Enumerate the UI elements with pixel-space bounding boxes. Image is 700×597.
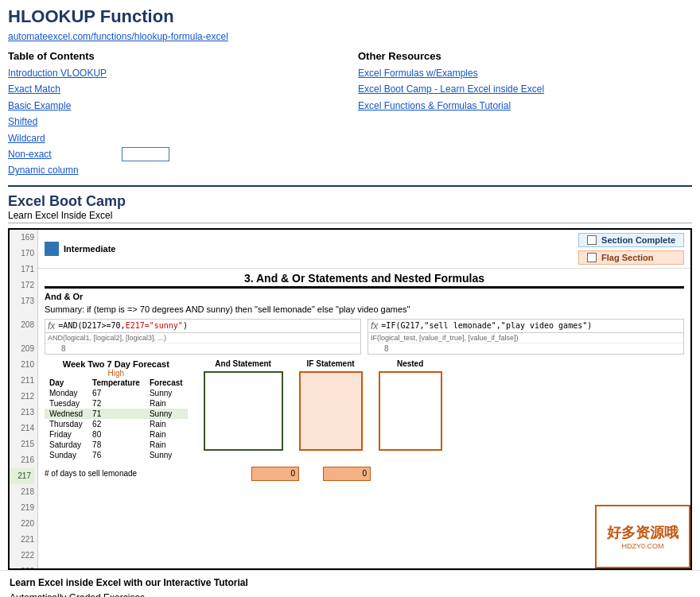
embedded-top-bar: Intermediate Section Complete Flag Secti… xyxy=(38,230,690,269)
temp-wed: 71 xyxy=(88,409,145,419)
page-title: HLOOKUP Function xyxy=(8,6,692,27)
day-sat: Saturday xyxy=(45,440,88,450)
toc-link-introduction[interactable]: Introduction VLOOKUP xyxy=(8,65,342,81)
res-link-formulas[interactable]: Excel Formulas w/Examples xyxy=(358,65,692,81)
row-num-223: 223 xyxy=(21,564,34,570)
footer-section: Learn Excel inside Excel with our Intera… xyxy=(0,570,700,597)
toc-link-exactmatch[interactable]: Exact Match xyxy=(8,81,342,97)
fore-tue: Rain xyxy=(145,398,188,409)
toc-link-basicexample[interactable]: Basic Example xyxy=(8,98,342,114)
row-num-215: 215 xyxy=(21,436,34,452)
toc-link-shifted[interactable]: Shifted xyxy=(8,114,342,130)
row-numbers: 169 170 171 172 173 208 209 210 211 212 … xyxy=(10,230,38,568)
row-num-216: 216 xyxy=(21,452,34,468)
and-statement-col: And Statement xyxy=(204,359,283,460)
bootcamp-section: Excel Boot Camp Learn Excel Inside Excel xyxy=(0,190,700,228)
intermediate-badge: Intermediate xyxy=(45,242,115,256)
col-temp: Temperature xyxy=(88,378,145,388)
grid-area: 169 170 171 172 173 208 209 210 211 212 … xyxy=(10,230,690,568)
row-num-173: 173 xyxy=(21,293,34,309)
table-row: Friday 80 Rain xyxy=(45,429,188,440)
page-header: HLOOKUP Function automateexcel.com/funct… xyxy=(0,0,700,45)
formula-bar-2: fx =IF(G217,"sell lemonade","play video … xyxy=(368,319,684,355)
and-statement-box xyxy=(204,371,283,451)
complete-checkbox[interactable] xyxy=(587,235,597,245)
if-statement-header: IF Statement xyxy=(307,359,355,368)
row-num-219: 219 xyxy=(21,500,34,516)
toc-link-wildcard[interactable]: Wildcard xyxy=(8,130,342,146)
page-url[interactable]: automateexcel.com/functions/hlookup-form… xyxy=(8,30,692,42)
bottom-label: # of days to sell lemonade xyxy=(45,469,204,478)
and-result-input[interactable]: 0 xyxy=(251,467,299,481)
complete-label: Section Complete xyxy=(601,235,675,245)
day-wed: Wednesd xyxy=(45,409,88,419)
row-num-218: 218 xyxy=(21,484,34,500)
if-statement-box xyxy=(299,371,363,451)
day-fri: Friday xyxy=(45,429,88,440)
temp-tue: 72 xyxy=(88,398,145,409)
row-num-220: 220 xyxy=(21,516,34,532)
formula-row: fx =AND(D217>=70,E217="sunny") AND(logic… xyxy=(38,317,690,356)
bootcamp-title: Excel Boot Camp xyxy=(8,193,692,210)
fore-mon: Sunny xyxy=(145,388,188,398)
fx-label-2: fx xyxy=(371,320,378,331)
row-num-211: 211 xyxy=(21,373,34,389)
nonexact-row: Non-exact xyxy=(8,146,342,162)
right-columns: And Statement IF Statement Nested xyxy=(204,359,684,460)
watermark-url: HDZY0.COM xyxy=(621,542,663,550)
if-statement-col: IF Statement xyxy=(299,359,363,460)
day-sun: Sunday xyxy=(45,450,88,460)
flag-section-button[interactable]: Flag Section xyxy=(578,250,684,265)
flag-checkbox[interactable] xyxy=(587,253,597,262)
row-num-170: 170 xyxy=(21,246,34,262)
fore-thu: Rain xyxy=(145,419,188,429)
bootcamp-subtitle: Learn Excel Inside Excel xyxy=(8,210,692,223)
row-num-empty1: 208 xyxy=(21,309,34,341)
toc-col-left: Table of Contents Introduction VLOOKUP E… xyxy=(8,50,342,179)
res-link-functions[interactable]: Excel Functions & Formulas Tutorial xyxy=(358,98,692,114)
formula-bar-2-top: fx =IF(G217,"sell lemonade","play video … xyxy=(368,320,683,333)
data-table-section: Week Two 7 Day Forecast High Day Tempera… xyxy=(38,356,690,463)
footer-line-2: Automatically Graded Exercises xyxy=(10,591,690,597)
temp-sat: 78 xyxy=(88,440,145,450)
fore-wed: Sunny xyxy=(145,409,188,419)
fore-sun: Sunny xyxy=(145,450,188,460)
footer-line-1: Learn Excel inside Excel with our Intera… xyxy=(10,576,690,591)
table-row: Monday 67 Sunny xyxy=(45,388,188,398)
blue-cell xyxy=(122,147,169,161)
url-link[interactable]: automateexcel.com/functions/hlookup-form… xyxy=(8,31,228,42)
fore-sat: Rain xyxy=(145,440,188,450)
day-tue: Tuesday xyxy=(45,398,88,409)
row-num-222: 222 xyxy=(21,548,34,564)
table-row: Saturday 78 Rain xyxy=(45,440,188,450)
section-buttons: Section Complete Flag Section xyxy=(578,233,684,265)
section-complete-button[interactable]: Section Complete xyxy=(578,233,684,247)
table-row: Sunday 76 Sunny xyxy=(45,450,188,460)
table-row-highlighted: Wednesd 71 Sunny xyxy=(45,409,188,419)
nested-box xyxy=(379,371,442,451)
row-num-171: 171 xyxy=(21,262,34,277)
temp-mon: 67 xyxy=(88,388,145,398)
toc-link-nonexact[interactable]: Non-exact xyxy=(8,146,52,162)
res-link-bootcamp[interactable]: Excel Boot Camp - Learn Excel inside Exc… xyxy=(358,81,692,97)
toc-title: Table of Contents xyxy=(8,50,342,62)
toc-col-right: Other Resources Excel Formulas w/Example… xyxy=(358,50,692,179)
badge-label: Intermediate xyxy=(64,244,115,254)
col-forecast: Forecast xyxy=(145,378,188,388)
and-or-label: And & Or xyxy=(38,289,690,301)
row-num-214: 214 xyxy=(21,421,34,436)
toc-link-dynamic[interactable]: Dynamic column xyxy=(8,162,342,178)
table-row: Thursday 62 Rain xyxy=(45,419,188,429)
row-num-210: 210 xyxy=(21,357,34,373)
if-result-input[interactable]: 0 xyxy=(323,467,371,481)
other-resources-title: Other Resources xyxy=(358,50,692,62)
section-divider xyxy=(8,185,692,187)
bottom-row: # of days to sell lemonade 0 0 xyxy=(38,463,690,484)
row-num-169: 169 xyxy=(21,230,34,246)
col-day: Day xyxy=(45,378,88,388)
formula-bar-1: fx =AND(D217>=70,E217="sunny") AND(logic… xyxy=(45,319,361,355)
row-num-212: 212 xyxy=(21,389,34,405)
temp-fri: 80 xyxy=(88,429,145,440)
table-row: Tuesday 72 Rain xyxy=(45,398,188,409)
nested-header: Nested xyxy=(397,359,423,368)
